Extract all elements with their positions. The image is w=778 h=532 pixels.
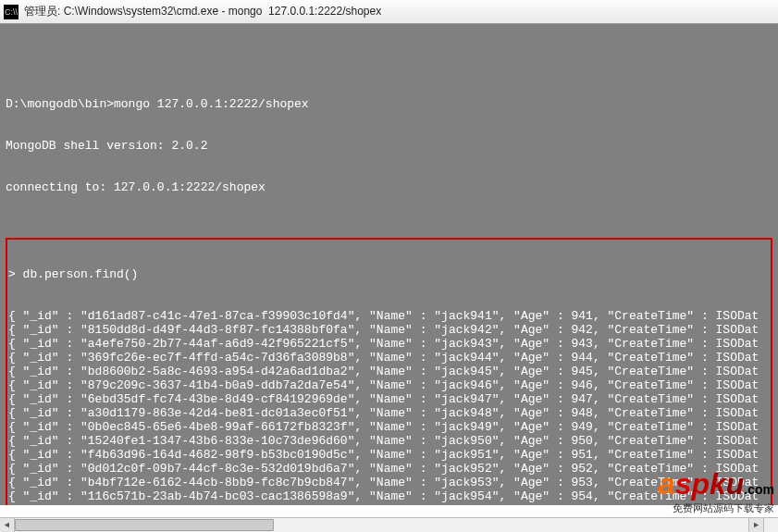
result-row: { "_id" : "6ebd35df-fc74-43be-8d49-cf841… [8, 392, 770, 406]
result-row: { "_id" : "15240fe1-1347-43b6-833e-10c73… [8, 434, 770, 448]
connecting-line: connecting to: 127.0.0.1:2222/shopex [6, 180, 772, 194]
watermark: aspku.com 免费网站源码下载专家 [659, 467, 774, 515]
result-row: { "_id" : "116c571b-23ab-4b74-bc03-cac13… [8, 489, 770, 503]
terminal[interactable]: D:\mongodb\bin>mongo 127.0.0.1:2222/shop… [0, 24, 778, 505]
prompt-find: > db.person.find() [8, 267, 770, 281]
cmd-icon: C:\\ [4, 5, 19, 19]
result-row: { "_id" : "0b0ec845-65e6-4be8-99af-66172… [8, 420, 770, 434]
result-row: { "_id" : "879c209c-3637-41b4-b0a9-ddb7a… [8, 378, 770, 392]
result-row: { "_id" : "369fc26e-ec7f-4ffd-a54c-7d36f… [8, 351, 770, 365]
result-row: { "_id" : "a30d1179-863e-42d4-be81-dc01a… [8, 406, 770, 420]
result-row: { "_id" : "b4bf712e-6162-44cb-8bb9-fc8c7… [8, 476, 770, 489]
find-result-block: > db.person.find() { "_id" : "d161ad87-c… [6, 238, 772, 505]
scroll-thumb[interactable] [15, 519, 274, 531]
horizontal-scrollbar[interactable]: ◄ ► [0, 517, 763, 532]
result-row: { "_id" : "f4b63d96-164d-4682-98f9-b53bc… [8, 448, 770, 462]
cmd-invocation: D:\mongodb\bin>mongo 127.0.0.1:2222/shop… [6, 97, 772, 111]
scroll-left-button[interactable]: ◄ [0, 518, 15, 532]
blank-line [6, 56, 772, 69]
shell-version: MongoDB shell version: 2.0.2 [6, 139, 772, 153]
result-row: { "_id" : "e02be598-5fe6-47ec-9f14-89760… [8, 503, 770, 505]
scroll-track[interactable] [15, 518, 748, 532]
watermark-dotcom: .com [744, 482, 774, 497]
titlebar: C:\\ 管理员: C:\Windows\system32\cmd.exe - … [0, 0, 778, 24]
scroll-right-button[interactable]: ► [748, 518, 763, 532]
result-row: { "_id" : "0d012c0f-09b7-44cf-8c3e-532d0… [8, 462, 770, 476]
result-row: { "_id" : "a4efe750-2b77-44af-a6d9-42f96… [8, 337, 770, 351]
scrollbar-corner [763, 517, 778, 532]
result-row: { "_id" : "bd8600b2-5a8c-4693-a954-d42a6… [8, 365, 770, 378]
result-row: { "_id" : "d161ad87-c41c-47e1-87ca-f3990… [8, 309, 770, 323]
titlebar-text: 管理员: C:\Windows\system32\cmd.exe - mongo… [24, 4, 381, 19]
result-row: { "_id" : "8150dd8d-d49f-44d3-8f87-fc143… [8, 323, 770, 337]
watermark-tagline: 免费网站源码下载专家 [659, 501, 774, 515]
